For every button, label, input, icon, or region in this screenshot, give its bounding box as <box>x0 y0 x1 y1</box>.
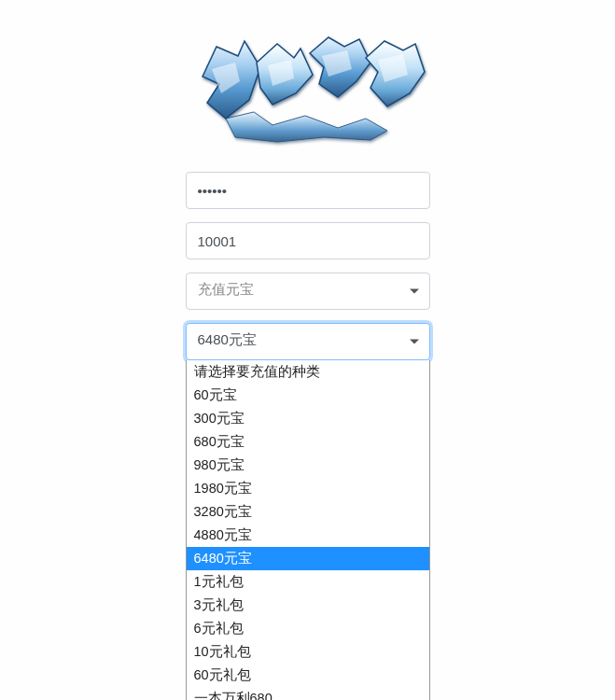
amount-option[interactable]: 3元礼包 <box>187 594 429 617</box>
amount-option[interactable]: 300元宝 <box>187 407 429 430</box>
amount-option[interactable]: 60元礼包 <box>187 664 429 687</box>
server-id-group <box>186 222 430 259</box>
password-input[interactable] <box>186 172 430 209</box>
amount-option[interactable]: 3280元宝 <box>187 500 429 524</box>
amount-select[interactable]: 6480元宝 <box>186 323 430 360</box>
amount-option[interactable]: 6480元宝 <box>187 547 429 570</box>
amount-option[interactable]: 4880元宝 <box>187 524 429 547</box>
amount-select-group: 6480元宝 请选择要充值的种类60元宝300元宝680元宝980元宝1980元… <box>186 323 430 360</box>
server-id-input[interactable] <box>186 222 430 259</box>
amount-option[interactable]: 680元宝 <box>187 430 429 454</box>
form-container: 充值元宝 6480元宝 请选择要充值的种类60元宝300元宝680元宝980元宝… <box>0 0 615 373</box>
password-group <box>186 172 430 209</box>
amount-option[interactable]: 请选择要充值的种类 <box>187 360 429 384</box>
amount-option[interactable]: 980元宝 <box>187 454 429 477</box>
amount-option[interactable]: 60元宝 <box>187 384 429 407</box>
game-logo <box>184 30 431 151</box>
amount-option[interactable]: 1元礼包 <box>187 570 429 594</box>
amount-option[interactable]: 一本万利680 <box>187 687 429 700</box>
recharge-type-group: 充值元宝 <box>186 273 430 310</box>
amount-option[interactable]: 6元礼包 <box>187 617 429 640</box>
recharge-type-select[interactable]: 充值元宝 <box>186 273 430 310</box>
amount-option[interactable]: 1980元宝 <box>187 477 429 500</box>
amount-option[interactable]: 10元礼包 <box>187 640 429 664</box>
amount-dropdown-list: 请选择要充值的种类60元宝300元宝680元宝980元宝1980元宝3280元宝… <box>186 360 430 700</box>
